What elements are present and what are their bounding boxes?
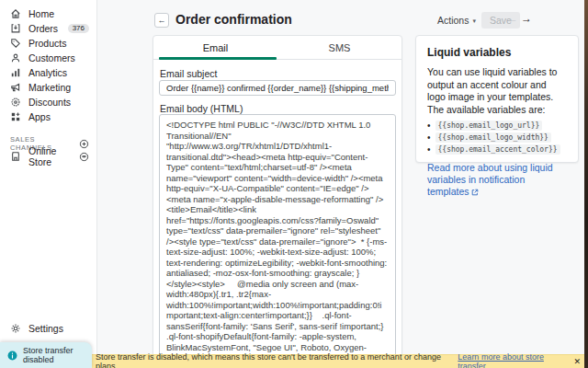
sidebar: Home Orders 376 Products Customers Analy…: [0, 0, 97, 368]
discounts-icon: [10, 97, 21, 108]
customers-icon: [10, 52, 21, 63]
email-subject-label: Email subject: [160, 68, 217, 79]
sidebar-item-label: Products: [28, 38, 66, 49]
channel-tabs: Email SMS: [153, 36, 401, 60]
sidebar-item-products[interactable]: Products: [0, 36, 96, 51]
tag-icon: [10, 38, 21, 49]
store-transfer-status[interactable]: Store transfer disabled: [0, 342, 92, 368]
banner-learn-more-link[interactable]: Learn more about store transfer: [458, 352, 571, 368]
sidebar-item-online-store[interactable]: Online Store: [0, 149, 96, 164]
view-online-store-button[interactable]: [79, 152, 89, 162]
tab-email-label: Email: [203, 42, 229, 53]
liquid-variables-title: Liquid variables: [427, 46, 567, 59]
liquid-docs-link[interactable]: Read more about using liquid variables i…: [427, 162, 567, 198]
caret-down-icon: ▾: [472, 17, 476, 24]
next-template-button[interactable]: →: [521, 12, 532, 25]
sidebar-item-label: Discounts: [28, 97, 71, 108]
sidebar-item-label: Customers: [28, 52, 75, 63]
liquid-docs-link-label: Read more about using liquid variables i…: [427, 162, 553, 197]
sidebar-item-orders[interactable]: Orders 376: [0, 21, 96, 36]
external-link-icon: [471, 189, 479, 196]
actions-label: Actions: [437, 15, 469, 26]
apps-grid-icon: [10, 111, 21, 122]
list-item: • {{shop.email_accent_color}}: [427, 144, 567, 155]
gear-icon: [10, 323, 21, 334]
tab-email[interactable]: Email: [153, 36, 277, 59]
liquid-variable-chip: {{shop.email_logo_url}}: [435, 121, 543, 131]
sidebar-item-label: Analytics: [28, 67, 67, 78]
page-title: Order confirmation: [175, 12, 292, 27]
analytics-icon: [10, 67, 21, 78]
info-icon: [7, 351, 17, 361]
active-tab-indicator: [159, 57, 277, 60]
liquid-variable-chip: {{shop.email_accent_color}}: [435, 144, 560, 155]
actions-dropdown-button[interactable]: Actions ▾: [437, 15, 476, 26]
list-item: • {{shop.email_logo_url}}: [427, 121, 567, 131]
banner-close-button[interactable]: ✕: [573, 358, 581, 366]
tab-sms-label: SMS: [329, 42, 351, 53]
tab-sms[interactable]: SMS: [277, 36, 401, 59]
sidebar-item-marketing[interactable]: Marketing: [0, 80, 96, 95]
store-transfer-warning-banner: Store transfer is disabled, which means …: [92, 354, 588, 368]
bullet-icon: •: [427, 144, 431, 155]
sidebar-item-label: Settings: [28, 323, 63, 334]
sidebar-item-analytics[interactable]: Analytics: [0, 65, 96, 80]
back-button[interactable]: ←: [154, 13, 169, 28]
list-item: • {{shop.email_logo_width}}: [427, 132, 567, 143]
sidebar-item-label: Marketing: [28, 82, 71, 93]
sidebar-item-discounts[interactable]: Discounts: [0, 95, 96, 109]
sidebar-item-settings[interactable]: Settings: [0, 321, 96, 336]
banner-link-label: Learn more about store transfer: [458, 352, 544, 368]
orders-count-badge: 376: [68, 24, 89, 33]
add-sales-channel-button[interactable]: [79, 139, 89, 149]
banner-message: Store transfer is disabled, which means …: [96, 352, 455, 368]
sidebar-item-apps[interactable]: Apps: [0, 109, 96, 124]
arrow-left-icon: ←: [507, 12, 518, 25]
email-body-textarea[interactable]: <!DOCTYPE html PUBLIC "-//W3C//DTD XHTML…: [159, 114, 396, 364]
close-icon: ✕: [573, 357, 581, 366]
plus-circle-icon: [79, 139, 89, 149]
megaphone-icon: [10, 82, 21, 93]
home-icon: [10, 8, 21, 19]
liquid-variable-chip: {{shop.email_logo_width}}: [435, 132, 551, 143]
previous-template-button[interactable]: ←: [507, 12, 518, 25]
sidebar-item-home[interactable]: Home: [0, 6, 96, 21]
store-transfer-label: Store transfer disabled: [23, 346, 85, 364]
bullet-icon: •: [427, 121, 431, 131]
sidebar-item-label: Apps: [28, 111, 51, 122]
liquid-variables-card: Liquid variables You can use liquid vari…: [415, 35, 579, 163]
sidebar-item-label: Home: [28, 8, 54, 19]
notification-editor-card: Email SMS Email subject Email body (HTML…: [153, 35, 402, 368]
sidebar-item-label: Orders: [28, 23, 58, 34]
sidebar-item-customers[interactable]: Customers: [0, 51, 96, 65]
window-edge: [584, 0, 588, 368]
liquid-variables-list: • {{shop.email_logo_url}} • {{shop.email…: [427, 121, 567, 155]
storefront-icon: [10, 151, 21, 162]
eye-icon: [79, 152, 89, 162]
arrow-right-icon: →: [521, 12, 532, 25]
sidebar-item-label: Online Store: [28, 145, 72, 167]
back-arrow-icon: ←: [158, 16, 166, 25]
email-subject-input[interactable]: [159, 80, 396, 96]
liquid-variables-description: You can use liquid variables to output a…: [427, 66, 567, 116]
email-body-label: Email body (HTML): [160, 103, 243, 114]
bullet-icon: •: [427, 132, 431, 143]
orders-icon: [10, 23, 21, 34]
